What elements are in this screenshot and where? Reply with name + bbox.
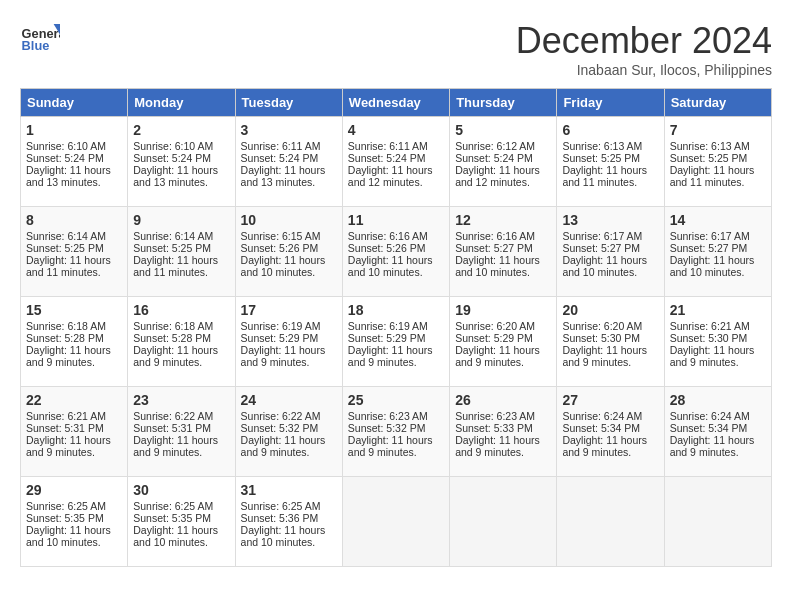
daylight-label: Daylight: 11 hours and 9 minutes.	[562, 344, 647, 368]
calendar-cell: 15 Sunrise: 6:18 AM Sunset: 5:28 PM Dayl…	[21, 297, 128, 387]
day-number: 17	[241, 302, 337, 318]
calendar-cell: 16 Sunrise: 6:18 AM Sunset: 5:28 PM Dayl…	[128, 297, 235, 387]
day-number: 3	[241, 122, 337, 138]
calendar-cell: 13 Sunrise: 6:17 AM Sunset: 5:27 PM Dayl…	[557, 207, 664, 297]
daylight-label: Daylight: 11 hours and 9 minutes.	[348, 434, 433, 458]
calendar-cell: 28 Sunrise: 6:24 AM Sunset: 5:34 PM Dayl…	[664, 387, 771, 477]
daylight-label: Daylight: 11 hours and 9 minutes.	[670, 344, 755, 368]
day-number: 5	[455, 122, 551, 138]
sunset-label: Sunset: 5:28 PM	[133, 332, 211, 344]
sunrise-label: Sunrise: 6:25 AM	[241, 500, 321, 512]
day-number: 14	[670, 212, 766, 228]
sunrise-label: Sunrise: 6:17 AM	[562, 230, 642, 242]
sunset-label: Sunset: 5:26 PM	[348, 242, 426, 254]
sunrise-label: Sunrise: 6:23 AM	[348, 410, 428, 422]
daylight-label: Daylight: 11 hours and 9 minutes.	[348, 344, 433, 368]
page-header: General Blue December 2024 Inabaan Sur, …	[20, 20, 772, 78]
sunrise-label: Sunrise: 6:24 AM	[670, 410, 750, 422]
day-number: 29	[26, 482, 122, 498]
sunset-label: Sunset: 5:34 PM	[670, 422, 748, 434]
day-number: 13	[562, 212, 658, 228]
daylight-label: Daylight: 11 hours and 9 minutes.	[26, 344, 111, 368]
calendar-cell: 18 Sunrise: 6:19 AM Sunset: 5:29 PM Dayl…	[342, 297, 449, 387]
sunset-label: Sunset: 5:29 PM	[241, 332, 319, 344]
calendar-cell: 1 Sunrise: 6:10 AM Sunset: 5:24 PM Dayli…	[21, 117, 128, 207]
sunset-label: Sunset: 5:30 PM	[670, 332, 748, 344]
calendar-cell: 6 Sunrise: 6:13 AM Sunset: 5:25 PM Dayli…	[557, 117, 664, 207]
daylight-label: Daylight: 11 hours and 11 minutes.	[133, 254, 218, 278]
calendar-cell	[557, 477, 664, 567]
sunrise-label: Sunrise: 6:11 AM	[241, 140, 321, 152]
day-number: 26	[455, 392, 551, 408]
col-thursday: Thursday	[450, 89, 557, 117]
calendar-cell: 11 Sunrise: 6:16 AM Sunset: 5:26 PM Dayl…	[342, 207, 449, 297]
daylight-label: Daylight: 11 hours and 10 minutes.	[562, 254, 647, 278]
sunrise-label: Sunrise: 6:22 AM	[133, 410, 213, 422]
col-monday: Monday	[128, 89, 235, 117]
logo-icon: General Blue	[20, 20, 60, 60]
calendar-cell: 9 Sunrise: 6:14 AM Sunset: 5:25 PM Dayli…	[128, 207, 235, 297]
sunset-label: Sunset: 5:28 PM	[26, 332, 104, 344]
sunset-label: Sunset: 5:24 PM	[455, 152, 533, 164]
calendar-cell: 30 Sunrise: 6:25 AM Sunset: 5:35 PM Dayl…	[128, 477, 235, 567]
sunset-label: Sunset: 5:24 PM	[26, 152, 104, 164]
calendar-cell: 8 Sunrise: 6:14 AM Sunset: 5:25 PM Dayli…	[21, 207, 128, 297]
sunrise-label: Sunrise: 6:22 AM	[241, 410, 321, 422]
sunrise-label: Sunrise: 6:21 AM	[26, 410, 106, 422]
daylight-label: Daylight: 11 hours and 10 minutes.	[26, 524, 111, 548]
sunrise-label: Sunrise: 6:24 AM	[562, 410, 642, 422]
daylight-label: Daylight: 11 hours and 11 minutes.	[26, 254, 111, 278]
sunset-label: Sunset: 5:29 PM	[455, 332, 533, 344]
day-number: 15	[26, 302, 122, 318]
day-number: 23	[133, 392, 229, 408]
daylight-label: Daylight: 11 hours and 9 minutes.	[241, 434, 326, 458]
day-number: 21	[670, 302, 766, 318]
calendar-cell: 22 Sunrise: 6:21 AM Sunset: 5:31 PM Dayl…	[21, 387, 128, 477]
daylight-label: Daylight: 11 hours and 9 minutes.	[241, 344, 326, 368]
daylight-label: Daylight: 11 hours and 9 minutes.	[670, 434, 755, 458]
daylight-label: Daylight: 11 hours and 9 minutes.	[133, 344, 218, 368]
calendar-week-row: 1 Sunrise: 6:10 AM Sunset: 5:24 PM Dayli…	[21, 117, 772, 207]
sunrise-label: Sunrise: 6:19 AM	[241, 320, 321, 332]
col-saturday: Saturday	[664, 89, 771, 117]
calendar-table: Sunday Monday Tuesday Wednesday Thursday…	[20, 88, 772, 567]
calendar-week-row: 15 Sunrise: 6:18 AM Sunset: 5:28 PM Dayl…	[21, 297, 772, 387]
daylight-label: Daylight: 11 hours and 9 minutes.	[562, 434, 647, 458]
calendar-cell: 20 Sunrise: 6:20 AM Sunset: 5:30 PM Dayl…	[557, 297, 664, 387]
sunset-label: Sunset: 5:35 PM	[26, 512, 104, 524]
sunset-label: Sunset: 5:35 PM	[133, 512, 211, 524]
calendar-cell	[342, 477, 449, 567]
daylight-label: Daylight: 11 hours and 9 minutes.	[455, 434, 540, 458]
calendar-cell: 31 Sunrise: 6:25 AM Sunset: 5:36 PM Dayl…	[235, 477, 342, 567]
sunset-label: Sunset: 5:25 PM	[26, 242, 104, 254]
daylight-label: Daylight: 11 hours and 11 minutes.	[562, 164, 647, 188]
day-number: 19	[455, 302, 551, 318]
col-wednesday: Wednesday	[342, 89, 449, 117]
sunset-label: Sunset: 5:31 PM	[133, 422, 211, 434]
sunrise-label: Sunrise: 6:11 AM	[348, 140, 428, 152]
col-sunday: Sunday	[21, 89, 128, 117]
day-number: 31	[241, 482, 337, 498]
sunset-label: Sunset: 5:25 PM	[562, 152, 640, 164]
sunset-label: Sunset: 5:29 PM	[348, 332, 426, 344]
sunset-label: Sunset: 5:31 PM	[26, 422, 104, 434]
sunset-label: Sunset: 5:30 PM	[562, 332, 640, 344]
day-number: 30	[133, 482, 229, 498]
calendar-cell: 26 Sunrise: 6:23 AM Sunset: 5:33 PM Dayl…	[450, 387, 557, 477]
calendar-cell: 12 Sunrise: 6:16 AM Sunset: 5:27 PM Dayl…	[450, 207, 557, 297]
calendar-cell: 4 Sunrise: 6:11 AM Sunset: 5:24 PM Dayli…	[342, 117, 449, 207]
logo: General Blue	[20, 20, 60, 60]
day-number: 28	[670, 392, 766, 408]
sunrise-label: Sunrise: 6:15 AM	[241, 230, 321, 242]
daylight-label: Daylight: 11 hours and 9 minutes.	[26, 434, 111, 458]
daylight-label: Daylight: 11 hours and 12 minutes.	[455, 164, 540, 188]
daylight-label: Daylight: 11 hours and 12 minutes.	[348, 164, 433, 188]
sunrise-label: Sunrise: 6:17 AM	[670, 230, 750, 242]
sunset-label: Sunset: 5:32 PM	[241, 422, 319, 434]
day-number: 6	[562, 122, 658, 138]
calendar-cell: 19 Sunrise: 6:20 AM Sunset: 5:29 PM Dayl…	[450, 297, 557, 387]
day-number: 22	[26, 392, 122, 408]
sunrise-label: Sunrise: 6:13 AM	[670, 140, 750, 152]
sunrise-label: Sunrise: 6:16 AM	[348, 230, 428, 242]
sunrise-label: Sunrise: 6:12 AM	[455, 140, 535, 152]
